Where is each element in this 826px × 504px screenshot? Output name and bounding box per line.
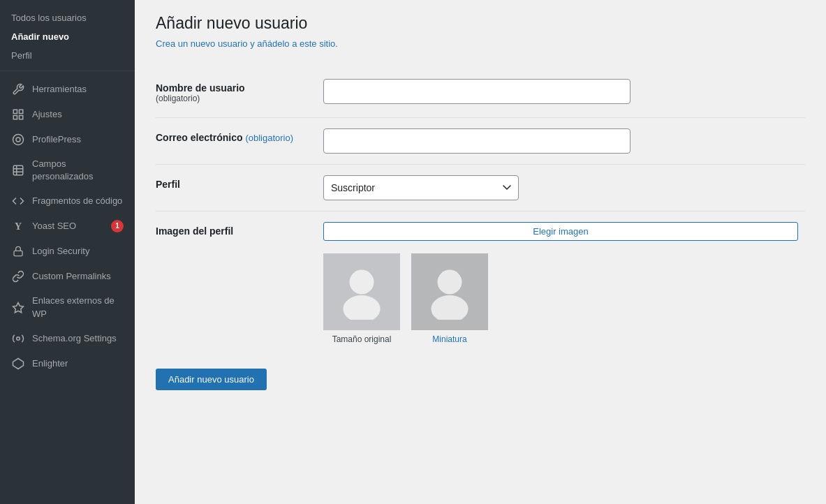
sidebar-item-add-new[interactable]: Añadir nuevo: [0, 27, 135, 46]
avatar-original-image: [323, 253, 400, 330]
sidebar: Todos los usuarios Añadir nuevo Perfil H…: [0, 0, 135, 504]
svg-point-17: [431, 295, 468, 320]
username-input[interactable]: [323, 79, 630, 104]
sidebar-item-login-security[interactable]: Login Security: [0, 239, 135, 264]
sidebar-item-fragmentos[interactable]: Fragmentos de código: [0, 188, 135, 214]
fragmentos-label: Fragmentos de código: [32, 195, 124, 207]
username-input-cell: [316, 68, 805, 118]
svg-rect-2: [13, 116, 17, 119]
email-label-cell: Correo electrónico (obligatorio): [156, 118, 316, 165]
sidebar-item-all-users[interactable]: Todos los usuarios: [0, 8, 135, 27]
profile-label-cell: Perfil: [156, 165, 316, 212]
profile-image-row: Imagen del perfil Elegir imagen: [156, 212, 805, 355]
yoast-label: Yoast SEO: [32, 220, 104, 232]
username-required: (obligatorio): [156, 94, 309, 103]
page-subtitle: Crea un nuevo usuario y añádelo a este s…: [156, 38, 805, 49]
fragmentos-icon: [11, 194, 25, 208]
sidebar-item-yoast[interactable]: Y Yoast SEO 1: [0, 214, 135, 239]
sidebar-item-enlaces[interactable]: Enlaces externos de WP: [0, 289, 135, 325]
email-input[interactable]: [323, 128, 630, 154]
thumbnail-label: Miniatura: [432, 334, 466, 344]
profile-select[interactable]: Suscriptor Editor Autor Colaborador Admi…: [323, 175, 519, 200]
yoast-badge: 1: [111, 220, 124, 232]
user-form-table: Nombre de usuario (obligatorio) Correo e…: [156, 68, 805, 355]
sidebar-item-profilepress[interactable]: ProfilePress: [0, 127, 135, 152]
enlighter-icon: [11, 357, 25, 371]
enlighter-label: Enlighter: [32, 357, 124, 370]
svg-rect-0: [13, 110, 17, 113]
profilepress-label: ProfilePress: [32, 133, 124, 146]
campos-label: Campos personalizados: [32, 158, 124, 183]
avatar-original: Tamaño original: [323, 253, 400, 344]
svg-marker-11: [13, 302, 24, 312]
campos-icon: [11, 163, 25, 177]
image-label-cell: Imagen del perfil: [156, 212, 316, 355]
svg-point-15: [343, 295, 380, 320]
image-section: Elegir imagen Tamaño original: [323, 222, 798, 344]
submit-row: Añadir nuevo usuario: [156, 369, 805, 390]
yoast-icon: Y: [11, 219, 25, 233]
svg-rect-1: [20, 110, 23, 113]
email-label: Correo electrónico: [156, 132, 242, 143]
page-title: Añadir nuevo usuario: [156, 14, 805, 33]
main-content: Añadir nuevo usuario Crea un nuevo usuar…: [135, 0, 826, 504]
choose-image-button[interactable]: Elegir imagen: [323, 222, 798, 241]
svg-point-12: [17, 337, 20, 341]
image-content-cell: Elegir imagen Tamaño original: [316, 212, 805, 355]
sidebar-item-campos[interactable]: Campos personalizados: [0, 152, 135, 188]
profile-label: Perfil: [156, 179, 180, 190]
sidebar-top-links: Todos los usuarios Añadir nuevo Perfil: [0, 0, 135, 71]
image-label: Imagen del perfil: [156, 225, 233, 237]
svg-rect-10: [14, 251, 22, 256]
username-label: Nombre de usuario: [156, 82, 245, 94]
profilepress-icon: [11, 133, 25, 147]
custom-permalinks-icon: [11, 269, 25, 283]
tools-icon: [11, 82, 25, 96]
svg-point-5: [16, 138, 20, 142]
sidebar-item-ajustes[interactable]: Ajustes: [0, 102, 135, 127]
email-row: Correo electrónico (obligatorio): [156, 118, 805, 165]
svg-rect-6: [13, 165, 23, 175]
enlaces-icon: [11, 301, 25, 315]
sidebar-item-enlighter[interactable]: Enlighter: [0, 351, 135, 376]
login-security-label: Login Security: [32, 245, 124, 258]
ajustes-icon: [11, 108, 25, 121]
svg-point-16: [438, 270, 462, 295]
profile-select-cell: Suscriptor Editor Autor Colaborador Admi…: [316, 165, 805, 212]
profile-row: Perfil Suscriptor Editor Autor Colaborad…: [156, 165, 805, 212]
herramientas-label: Herramientas: [32, 83, 124, 96]
original-label: Tamaño original: [332, 334, 392, 344]
avatars-row: Tamaño original Miniatura: [323, 253, 798, 344]
avatar-thumbnail: Miniatura: [411, 253, 488, 344]
svg-rect-3: [20, 116, 23, 119]
schema-icon: [11, 332, 25, 346]
enlaces-label: Enlaces externos de WP: [32, 295, 124, 320]
sidebar-item-profile[interactable]: Perfil: [0, 46, 135, 65]
schema-label: Schema.org Settings: [32, 332, 124, 345]
email-input-cell: [316, 118, 805, 165]
custom-permalinks-label: Custom Permalinks: [32, 270, 124, 283]
svg-point-14: [350, 270, 374, 295]
username-row: Nombre de usuario (obligatorio): [156, 68, 805, 118]
username-label-cell: Nombre de usuario (obligatorio): [156, 68, 316, 118]
login-security-icon: [11, 244, 25, 258]
email-required-text: (obligatorio): [245, 133, 293, 143]
submit-button[interactable]: Añadir nuevo usuario: [156, 369, 267, 390]
sidebar-item-custom-permalinks[interactable]: Custom Permalinks: [0, 264, 135, 289]
sidebar-item-herramientas[interactable]: Herramientas: [0, 77, 135, 102]
ajustes-label: Ajustes: [32, 108, 124, 121]
sidebar-menu: Herramientas Ajustes ProfilePress Campos…: [0, 71, 135, 382]
sidebar-item-schema[interactable]: Schema.org Settings: [0, 326, 135, 351]
svg-point-4: [13, 135, 24, 145]
svg-marker-13: [13, 358, 24, 369]
avatar-thumbnail-image: [411, 253, 488, 330]
